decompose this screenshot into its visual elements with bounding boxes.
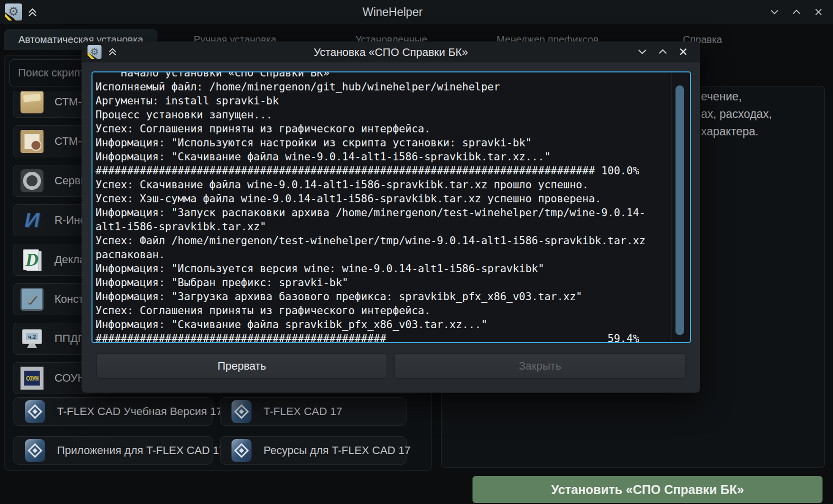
- document-d-icon: D: [20, 248, 44, 271]
- dialog-titlebar: ⚙ Установка «СПО Справки БК»: [82, 41, 700, 62]
- gear-icon: ⚙: [8, 5, 19, 17]
- install-log[interactable]: Начало установки «СПО Справки БК» Исполн…: [92, 71, 691, 343]
- main-titlebar: ⚙ WineHelper: [0, 0, 833, 24]
- maximize-icon[interactable]: [792, 7, 801, 16]
- winehelper-app-icon: ⚙: [5, 3, 22, 20]
- tflex-logo-icon: [232, 439, 252, 462]
- maximize-icon[interactable]: [658, 47, 668, 56]
- install-dialog: ⚙ Установка «СПО Справки БК» Начало уста…: [82, 41, 700, 393]
- window-title: WineHelper: [362, 5, 422, 19]
- tile-tflex-cad-edu[interactable]: T-FLEX CAD Учебная Версия 17: [14, 397, 212, 426]
- letter-i-icon: И: [20, 209, 44, 232]
- close-button[interactable]: Закрыть: [394, 353, 686, 379]
- close-icon[interactable]: [814, 7, 823, 16]
- scrollbar-thumb[interactable]: [676, 85, 684, 335]
- folder-icon: [20, 91, 44, 113]
- picture-frame-icon: [20, 130, 44, 153]
- abort-button[interactable]: Прервать: [96, 353, 387, 379]
- check-screen-icon: [20, 288, 44, 311]
- shade-window-icon[interactable]: [108, 46, 118, 56]
- install-button[interactable]: Установить «СПО Справки БК»: [472, 476, 822, 503]
- shade-window-icon[interactable]: [27, 6, 38, 17]
- tflex-logo-icon: [25, 439, 45, 462]
- gear-icon: ⚙: [90, 47, 98, 56]
- window-controls: [770, 7, 823, 16]
- dialog-window-controls: [638, 47, 688, 56]
- tile-tflex-cad[interactable]: T-FLEX CAD 17: [220, 397, 406, 426]
- tile-tflex-apps[interactable]: Приложения для T-FLEX CAD 17: [14, 436, 212, 465]
- tile-tflex-resources[interactable]: Ресурсы для T-FLEX CAD 17: [220, 436, 406, 465]
- close-icon[interactable]: [678, 47, 688, 56]
- minimize-icon[interactable]: [770, 7, 779, 16]
- tflex-logo-icon: [232, 400, 252, 423]
- monitor-icon: ч.2: [20, 327, 44, 350]
- winehelper-app-icon: ⚙: [88, 45, 102, 59]
- log-pre: Начало установки «СПО Справки БК» Исполн…: [96, 71, 690, 343]
- dialog-title: Установка «СПО Справки БК»: [314, 46, 468, 59]
- soun-badge-icon: СОУН: [20, 367, 44, 390]
- winehelper-window: —— –— ——– ——— —— —— ⚙ WineHelper Автомат…: [0, 0, 833, 504]
- scrollbar-track-divider: [672, 73, 672, 341]
- minimize-icon[interactable]: [638, 47, 647, 56]
- tflex-logo-icon: [25, 400, 45, 423]
- ring-icon: [20, 169, 44, 192]
- description-text-fragment: ечение, ах, расходах, характера.: [701, 88, 772, 140]
